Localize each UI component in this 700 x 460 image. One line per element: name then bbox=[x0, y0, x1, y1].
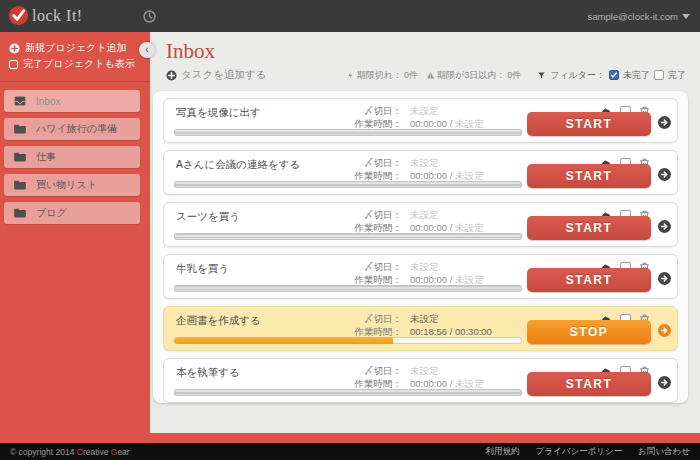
task-meta: 〆切日： 未設定 作業時間： 00:00:00 / 未設定 bbox=[350, 156, 483, 182]
show-completed-toggle[interactable]: 完了プロジェクトも表示 bbox=[0, 56, 150, 72]
progress-bar bbox=[174, 337, 522, 344]
add-project-label: 新規プロジェクト追加 bbox=[25, 41, 126, 55]
account-email: sample@clock-it.com bbox=[588, 11, 678, 22]
deadline-value: 未設定 bbox=[410, 312, 439, 325]
terms-link[interactable]: 利用規約 bbox=[486, 446, 520, 458]
add-task-label: タスクを追加する bbox=[181, 68, 266, 82]
copyright: © copyright 2014 Creative Gear bbox=[10, 447, 130, 457]
warning-icon bbox=[426, 71, 435, 80]
time-current: 00:00:00 bbox=[410, 222, 447, 233]
task-detail-arrow-icon[interactable] bbox=[658, 220, 671, 233]
plus-circle-icon bbox=[9, 43, 20, 54]
timer-button[interactable]: START bbox=[527, 268, 651, 292]
task-meta: 〆切日： 未設定 作業時間： 00:18:56 / 00:30:00 bbox=[350, 312, 492, 338]
deadline-label: 〆切日： bbox=[350, 208, 402, 221]
footer: © copyright 2014 Creative Gear 利用規約 プライバ… bbox=[0, 443, 700, 460]
add-project-button[interactable]: 新規プロジェクト追加 bbox=[0, 40, 150, 56]
task-card: 本を執筆する 〆切日： 未設定 作業時間： 00:00:00 / 未設定 bbox=[163, 358, 678, 403]
deadline-value: 未設定 bbox=[410, 208, 439, 221]
time-current: 00:00:00 bbox=[410, 118, 447, 129]
project-label: ハワイ旅行の準備 bbox=[36, 122, 117, 136]
privacy-link[interactable]: プライバシーポリシー bbox=[536, 446, 623, 458]
task-meta: 〆切日： 未設定 作業時間： 00:00:00 / 未設定 bbox=[350, 260, 483, 286]
chevron-down-icon bbox=[682, 14, 690, 19]
sidebar-collapse-button[interactable]: ‹ bbox=[139, 42, 155, 58]
task-meta: 〆切日： 未設定 作業時間： 00:00:00 / 未設定 bbox=[350, 364, 483, 390]
filter-label: フィルター： bbox=[550, 69, 605, 82]
filter-group: フィルター： 未完了 完了 bbox=[537, 69, 686, 82]
task-title: 企画書を作成する bbox=[176, 314, 261, 328]
sidebar: 新規プロジェクト追加 完了プロジェクトも表示 Inbox ハワイ旅行の準備 仕事 bbox=[0, 32, 150, 443]
time-limit: 未設定 bbox=[455, 118, 484, 129]
project-list: Inbox ハワイ旅行の準備 仕事 買い物リスト ブログ bbox=[0, 81, 150, 224]
deadline-label: 〆切日： bbox=[350, 364, 402, 377]
filter-incomplete-label[interactable]: 未完了 bbox=[623, 69, 650, 82]
deadline-label: 〆切日： bbox=[350, 104, 402, 117]
task-detail-arrow-icon[interactable] bbox=[658, 272, 671, 285]
show-completed-label: 完了プロジェクトも表示 bbox=[23, 57, 135, 71]
show-completed-checkbox[interactable] bbox=[9, 60, 18, 69]
task-list-panel: 写真を現像に出す 〆切日： 未設定 作業時間： 00:00:00 / 未設定 bbox=[153, 91, 688, 403]
folder-icon bbox=[13, 178, 27, 192]
task-title: スーツを買う bbox=[176, 210, 240, 224]
progress-bar bbox=[174, 181, 522, 188]
app-logo-text: lock It! bbox=[32, 7, 83, 25]
filter-funnel-icon bbox=[537, 71, 546, 80]
project-label: 買い物リスト bbox=[36, 178, 97, 192]
progress-fill bbox=[174, 337, 393, 344]
task-detail-arrow-icon[interactable] bbox=[658, 116, 671, 129]
task-detail-arrow-icon[interactable] bbox=[658, 168, 671, 181]
task-title: 本を執筆する bbox=[176, 366, 240, 380]
inbox-icon bbox=[13, 94, 27, 108]
contact-link[interactable]: お問い合わせ bbox=[638, 446, 690, 458]
filter-complete-label[interactable]: 完了 bbox=[668, 69, 686, 82]
time-limit: 未設定 bbox=[455, 222, 484, 233]
main-content: Inbox タスクを追加する 期限切れ：0件 bbox=[150, 32, 700, 433]
sidebar-item-shopping[interactable]: 買い物リスト bbox=[4, 174, 140, 196]
task-meta: 〆切日： 未設定 作業時間： 00:00:00 / 未設定 bbox=[350, 208, 483, 234]
lightning-icon bbox=[346, 71, 355, 80]
task-card: 企画書を作成する 〆切日： 未設定 作業時間： 00:18:56 / 00:30… bbox=[163, 306, 678, 351]
time-limit: 未設定 bbox=[455, 274, 484, 285]
sidebar-item-inbox[interactable]: Inbox bbox=[4, 90, 140, 112]
task-title: Aさんに会議の連絡をする bbox=[176, 158, 300, 172]
folder-icon bbox=[13, 122, 27, 136]
clock-check-logo-icon bbox=[8, 5, 29, 26]
project-label: Inbox bbox=[36, 96, 60, 107]
deadline-label: 〆切日： bbox=[350, 312, 402, 325]
task-detail-arrow-icon[interactable] bbox=[658, 376, 671, 389]
timer-button[interactable]: START bbox=[527, 216, 651, 240]
account-menu[interactable]: sample@clock-it.com bbox=[588, 0, 690, 32]
task-meta: 〆切日： 未設定 作業時間： 00:00:00 / 未設定 bbox=[350, 104, 483, 130]
task-card: Aさんに会議の連絡をする 〆切日： 未設定 作業時間： 00:00:00 / 未… bbox=[163, 150, 678, 195]
filter-bar: 期限切れ：0件 期限が3日以内：0件 フィルター： bbox=[346, 69, 686, 82]
progress-bar bbox=[174, 233, 522, 240]
task-card: 牛乳を買う 〆切日： 未設定 作業時間： 00:00:00 / 未設定 bbox=[163, 254, 678, 299]
task-detail-arrow-icon[interactable] bbox=[658, 324, 671, 337]
page-title: Inbox bbox=[166, 39, 686, 64]
filter-incomplete-checkbox[interactable] bbox=[609, 70, 619, 80]
timer-button[interactable]: STOP bbox=[527, 320, 651, 344]
overdue-stat: 期限切れ：0件 bbox=[346, 69, 418, 82]
timer-button[interactable]: START bbox=[527, 372, 651, 396]
deadline-label: 〆切日： bbox=[350, 260, 402, 273]
task-card: スーツを買う 〆切日： 未設定 作業時間： 00:00:00 / 未設定 bbox=[163, 202, 678, 247]
deadline-label: 〆切日： bbox=[350, 156, 402, 169]
time-current: 00:00:00 bbox=[410, 274, 447, 285]
sidebar-item-work[interactable]: 仕事 bbox=[4, 146, 140, 168]
footer-links: 利用規約 プライバシーポリシー お問い合わせ bbox=[486, 446, 690, 458]
add-task-button[interactable]: タスクを追加する bbox=[166, 68, 266, 82]
top-bar: lock It! sample@clock-it.com bbox=[0, 0, 700, 32]
time-current: 00:18:56 bbox=[410, 326, 447, 337]
sidebar-item-blog[interactable]: ブログ bbox=[4, 202, 140, 224]
clock-icon[interactable] bbox=[143, 10, 156, 23]
project-label: 仕事 bbox=[36, 150, 56, 164]
timer-button[interactable]: START bbox=[527, 112, 651, 136]
task-card: 写真を現像に出す 〆切日： 未設定 作業時間： 00:00:00 / 未設定 bbox=[163, 98, 678, 143]
project-label: ブログ bbox=[36, 206, 67, 220]
folder-icon bbox=[13, 150, 27, 164]
timer-button[interactable]: START bbox=[527, 164, 651, 188]
time-limit: 未設定 bbox=[455, 170, 484, 181]
sidebar-item-hawaii[interactable]: ハワイ旅行の準備 bbox=[4, 118, 140, 140]
filter-complete-checkbox[interactable] bbox=[654, 70, 664, 80]
